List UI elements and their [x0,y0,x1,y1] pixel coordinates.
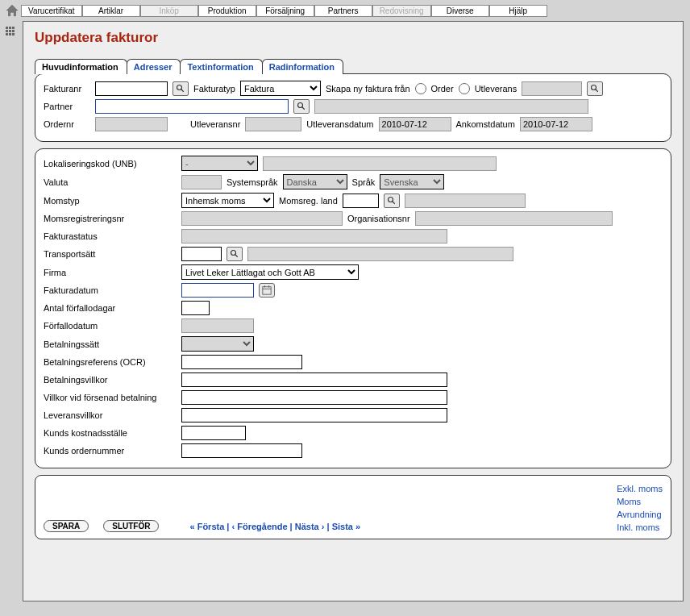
tab-artiklar[interactable]: Artiklar [82,5,140,17]
utleveransnr-label: Utleveransnr [190,119,240,129]
ordernummer-label: Kunds ordernummer [44,446,177,456]
tab-hjalp[interactable]: Hjälp [489,5,547,17]
fakturadatum-input[interactable] [181,283,254,298]
ocr-input[interactable] [181,355,302,369]
utleveransdatum-input [379,117,451,131]
valuta-label: Valuta [44,177,177,187]
firma-label: Firma [44,268,177,277]
fakturatyp-select[interactable]: Faktura [240,81,321,96]
betalningssatt-label: Betalningssätt [44,339,177,349]
utleveransnr-input [245,117,301,131]
forsenad-input[interactable] [181,390,447,405]
kostnadsstalle-input[interactable] [181,426,246,440]
svg-rect-5 [12,30,15,32]
total-moms: Moms [617,495,663,508]
fakturanr-lookup-icon[interactable] [172,81,189,96]
transportsatt-lookup-icon[interactable] [227,247,243,261]
total-avrundning: Avrundning [617,508,663,521]
ordernummer-input[interactable] [181,443,302,458]
svg-rect-2 [12,27,15,29]
svg-point-13 [298,103,303,108]
partner-lookup-icon[interactable] [293,99,310,114]
finish-button[interactable]: SLUTFÖR [103,520,159,532]
side-menu-icon[interactable] [3,24,18,39]
momsregnr-input [181,211,343,226]
fakturanr-input[interactable] [95,81,168,96]
tab-produktion[interactable]: Produktion [198,5,256,17]
tab-textinformation[interactable]: Textinformation [180,59,262,74]
transportsatt-display [247,247,513,261]
svg-rect-8 [12,33,15,35]
svg-line-12 [596,89,598,91]
svg-line-10 [181,89,184,91]
prev-link[interactable]: ‹ Föregående [231,522,287,531]
lokalisering-label: Lokaliseringskod (UNB) [44,159,177,169]
order-radio[interactable] [415,83,426,94]
fakturatyp-label: Fakturatyp [193,84,235,94]
forsenad-label: Villkor vid försenad betalning [44,393,177,402]
momsregland-lookup-icon[interactable] [384,194,400,208]
partner-label: Partner [44,102,90,111]
sprak-label: Språk [352,177,376,187]
svg-point-17 [231,251,236,256]
footer-section: SPARA SLUTFÖR « Första | ‹ Föregående | … [35,475,671,539]
tab-partners[interactable]: Partners [314,5,372,17]
firma-select[interactable]: Livet Leker Lättlagat och Gott AB [181,264,359,280]
svg-line-14 [302,107,305,110]
momsregland-label: Momsreg. land [279,196,338,206]
tab-adresser[interactable]: Adresser [127,59,181,74]
svg-point-11 [592,85,596,89]
systemsprak-select: Danska [283,174,347,189]
order-label: Order [431,84,454,94]
betalningsvillkor-input[interactable] [181,373,447,387]
home-icon[interactable] [5,3,19,18]
sprak-select: Svenska [380,174,444,189]
forfallodagar-label: Antal förfallodagar [44,303,177,313]
momsregland-input[interactable] [343,194,379,208]
tab-forsaljning[interactable]: Försäljning [256,5,314,17]
betalningssatt-select[interactable] [181,336,254,352]
organisationsnr-input [415,211,613,226]
utleverans-lookup-icon[interactable] [587,81,603,96]
fakturastatus-label: Fakturastatus [44,231,177,241]
betalningsvillkor-label: Betalningsvillkor [44,375,177,385]
momstyp-select[interactable]: Inhemsk moms [181,193,274,208]
svg-point-9 [177,85,182,89]
first-link[interactable]: « Första [189,522,224,531]
momsregnr-label: Momsregistreringsnr [44,214,177,223]
transportsatt-label: Transportsätt [44,249,177,259]
last-link[interactable]: Sista » [332,522,360,531]
utleverans-input[interactable] [522,81,582,96]
save-button[interactable]: SPARA [44,520,89,532]
svg-point-15 [388,197,393,202]
tab-inkop: Inköp [140,5,198,17]
ankomstdatum-input [520,117,592,131]
partner-name-display [314,99,588,114]
tab-diverse[interactable]: Diverse [431,5,489,17]
ocr-label: Betalningsreferens (OCR) [44,357,177,367]
section-header-info: Fakturanr Fakturatyp Faktura Skapa ny fa… [35,73,671,142]
lokalisering-select[interactable]: - [181,156,258,171]
partner-input[interactable] [95,99,289,114]
leveransvillkor-input[interactable] [181,408,447,422]
utleverans-label: Utleverans [475,84,518,94]
transportsatt-input[interactable] [181,247,222,261]
tab-huvudinformation[interactable]: Huvudinformation [35,59,127,74]
tab-redovisning: Redovisning [372,5,431,17]
tab-varucertifikat[interactable]: Varucertifikat [21,5,82,17]
svg-line-18 [235,255,238,257]
leveransvillkor-label: Leveransvillkor [44,410,177,420]
pagination: « Första | ‹ Föregående | Nästa › | Sist… [189,522,360,531]
utleverans-radio[interactable] [459,83,470,94]
total-inkl: Inkl. moms [617,521,663,534]
next-link[interactable]: Nästa › [295,522,325,531]
svg-rect-7 [9,33,11,35]
svg-rect-0 [6,27,8,29]
fakturastatus-input [181,229,447,243]
ankomstdatum-label: Ankomstdatum [456,119,515,129]
systemsprak-label: Systemspråk [227,177,278,187]
calendar-icon[interactable] [259,283,275,298]
total-exkl: Exkl. moms [617,482,663,495]
forfallodagar-input[interactable] [181,301,210,315]
tab-radinformation[interactable]: Radinformation [262,59,343,74]
